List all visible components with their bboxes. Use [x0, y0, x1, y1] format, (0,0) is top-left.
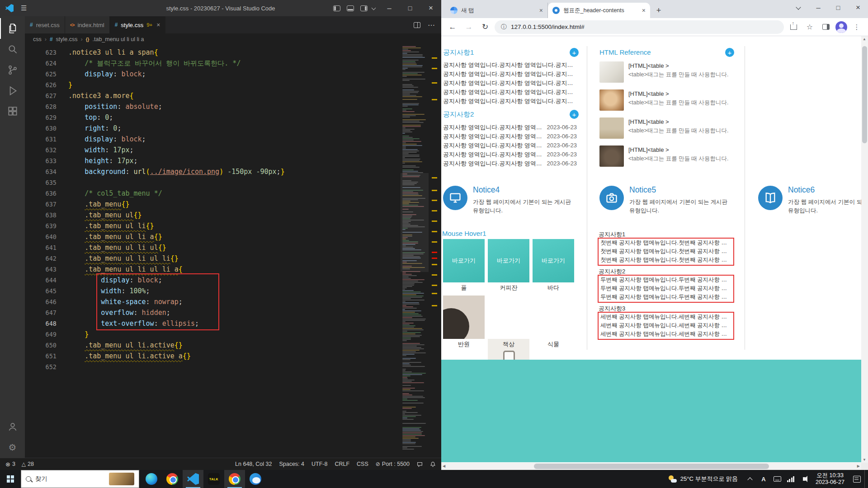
network-icon[interactable] [784, 470, 797, 488]
settings-gear-icon[interactable] [0, 437, 25, 458]
close-tab-icon[interactable] [539, 7, 543, 14]
extensions-icon[interactable] [0, 101, 25, 122]
language-mode[interactable]: CSS [357, 461, 368, 467]
editor-tab-index.html[interactable]: index.html [65, 16, 110, 33]
reference-add-button[interactable] [725, 48, 734, 57]
encoding[interactable]: UTF-8 [311, 461, 327, 467]
minimap-viewport[interactable] [401, 173, 429, 272]
indentation[interactable]: Spaces: 4 [279, 461, 304, 467]
vscode-close-button[interactable] [420, 0, 441, 16]
vertical-scrollbar[interactable] [861, 36, 868, 463]
hover-image[interactable] [443, 296, 485, 339]
side-panel-icon[interactable] [819, 20, 833, 34]
code-editor[interactable]: 623.notice3 ul li a span{624 /* 블럭구조로 바꾸… [25, 45, 441, 458]
minimap[interactable] [401, 45, 429, 458]
editor-tab-style.css[interactable]: style.css9+ [110, 16, 166, 33]
hover-image-active[interactable]: 바로가기 [443, 239, 485, 282]
vscode-maximize-button[interactable] [400, 0, 420, 16]
vertical-scrollbar-thumb[interactable] [862, 46, 867, 143]
taskbar-app-edge[interactable] [141, 470, 162, 488]
tab-menu-item[interactable]: 세번째 공지사항 탭메뉴입니다.세번째 공지사항 탭메뉴입니다. [600, 330, 731, 338]
taskbar-app-kakaotalk[interactable]: TALK [203, 470, 224, 488]
tray-hidden-icons-chevron[interactable] [743, 470, 757, 488]
action-center-icon[interactable] [849, 470, 864, 488]
notice2-add-button[interactable] [570, 110, 579, 119]
notice-list-item[interactable]: 공지사항 영역입니다.공지사항 영역입니다.2023-06-23 [443, 150, 577, 159]
taskbar-app-chrome[interactable] [162, 470, 183, 488]
toggle-panel-icon[interactable] [347, 5, 354, 11]
notice-list-item[interactable]: 공지사항 영역입니다.공지사항 영역입니다.공지사항 영역입니다. [443, 88, 577, 97]
account-icon[interactable] [0, 416, 25, 437]
hover-image-active[interactable]: 바로가기 [533, 239, 574, 282]
notice1-add-button[interactable] [570, 48, 579, 57]
browser-maximize-button[interactable] [828, 0, 848, 15]
bookmark-star-icon[interactable] [803, 20, 816, 34]
reference-item[interactable]: [HTML]<table ><table>태그는 표를 만들 때 사용합니다. [599, 61, 735, 89]
live-server-port[interactable]: Port : 5500 [376, 461, 410, 467]
cursor-position[interactable]: Ln 648, Col 32 [235, 461, 272, 467]
split-editor-icon[interactable] [414, 22, 420, 28]
browser-minimize-button[interactable] [808, 0, 828, 15]
taskbar-app-chrome-2[interactable] [224, 470, 245, 488]
reference-item[interactable]: [HTML]<table ><table>태그는 표를 만들 때 사용합니다. [599, 117, 735, 145]
notice-list-item[interactable]: 공지사항 영역입니다.공지사항 영역입니다.2023-06-23 [443, 123, 577, 132]
tab-menu-item[interactable]: 두번째 공지사항 탭메뉴입니다.두번째 공지사항 탭메뉴입니다. [600, 293, 731, 301]
reference-item[interactable]: [HTML]<table ><table>태그는 표를 만들 때 사용합니다. [599, 145, 735, 174]
tab-menu-item[interactable]: 두번째 공지사항 탭메뉴입니다.두번째 공지사항 탭메뉴입니다. [600, 276, 731, 284]
share-icon[interactable] [787, 20, 800, 34]
site-info-icon[interactable] [501, 23, 507, 31]
taskbar-clock[interactable]: 오전 10:33 2023-06-27 [811, 472, 849, 486]
reference-item[interactable]: [HTML]<table ><table>태그는 표를 만들 때 사용합니다. [599, 89, 735, 117]
volume-icon[interactable] [797, 470, 811, 488]
tab-search-chevron-icon[interactable] [788, 0, 808, 15]
touch-keyboard-icon[interactable] [770, 470, 784, 488]
notice-list-item[interactable]: 공지사항 영역입니다.공지사항 영역입니다.2023-06-23 [443, 159, 577, 168]
run-debug-icon[interactable] [0, 80, 25, 101]
search-icon[interactable] [0, 39, 25, 60]
browser-close-button[interactable] [848, 0, 868, 15]
hover-image-active[interactable]: 바로가기 [488, 239, 529, 282]
ime-mode-indicator[interactable]: A [757, 470, 770, 488]
forward-button[interactable] [462, 20, 476, 34]
editor-tab-reset.css[interactable]: reset.css [25, 16, 65, 33]
notice-list-item[interactable]: 공지사항 영역입니다.공지사항 영역입니다.2023-06-23 [443, 141, 577, 150]
layout-dropdown-icon[interactable] [372, 6, 375, 10]
address-bar[interactable]: 127.0.0.1:5500/index.html# [495, 20, 784, 34]
eol-sequence[interactable]: CRLF [335, 461, 349, 467]
tab-menu-item[interactable]: 두번째 공지사항 탭메뉴입니다.두번째 공지사항 탭메뉴입니다. [600, 284, 731, 293]
browser-menu-kebab-icon[interactable] [850, 20, 863, 34]
editor-more-actions-icon[interactable] [428, 21, 435, 29]
breadcrumb-symbol[interactable]: .tab_menu ul li ul li a [93, 36, 144, 42]
taskbar-weather[interactable]: 25°C 부분적으로 맑음 [663, 475, 743, 483]
notice-list-item[interactable]: 공지사항 영역입니다.공지사항 영역입니다.2023-06-23 [443, 132, 577, 141]
close-tab-icon[interactable] [642, 7, 646, 14]
vscode-minimize-button[interactable] [379, 0, 400, 16]
browser-tab-1[interactable]: 새 탭 [446, 3, 548, 18]
tab-menu-item[interactable]: 세번째 공지사항 탭메뉴입니다.세번째 공지사항 탭메뉴입니다. [600, 313, 731, 321]
show-desktop-button[interactable] [864, 470, 868, 488]
search-highlight-image[interactable] [109, 473, 134, 485]
taskbar-app-vscode[interactable] [183, 470, 203, 488]
horizontal-scrollbar[interactable] [441, 463, 861, 470]
new-tab-button[interactable] [652, 4, 665, 17]
taskbar-search-box[interactable]: 찾기 [21, 470, 139, 488]
close-tab-icon[interactable] [156, 21, 160, 28]
start-button[interactable] [0, 470, 21, 488]
toggle-secondary-sidebar-icon[interactable] [360, 5, 368, 11]
browser-tab-2[interactable]: 웹표준_header-contents [548, 3, 650, 18]
breadcrumb-file[interactable]: style.css [56, 36, 78, 42]
problems-errors[interactable]: 3 [5, 461, 15, 468]
toggle-sidebar-icon[interactable] [333, 5, 340, 11]
url-text[interactable]: 127.0.0.1:5500/index.html# [511, 23, 585, 30]
tab-menu-item[interactable]: 첫번째 공지사항 탭메뉴입니다.첫번째 공지사항 탭메뉴입니다. [600, 247, 731, 256]
notice-list-item[interactable]: 공지사항 영역입니다.공지사항 영역입니다.공지사항 영역입니다. [443, 97, 577, 106]
taskbar-app-whale[interactable] [245, 470, 266, 488]
notice-list-item[interactable]: 공지사항 영역입니다.공지사항 영역입니다.공지사항 영역입니다. [443, 61, 577, 70]
tab-menu-item[interactable]: 세번째 공지사항 탭메뉴입니다.세번째 공지사항 탭메뉴입니다. [600, 321, 731, 330]
feedback-icon[interactable] [417, 461, 423, 467]
horizontal-scrollbar-thumb[interactable] [534, 464, 769, 469]
profile-avatar[interactable] [835, 21, 847, 33]
tab-menu-item[interactable]: 첫번째 공지사항 탭메뉴입니다.첫번째 공지사항 탭메뉴입니다. [600, 256, 731, 264]
source-control-icon[interactable] [0, 60, 25, 80]
menu-hamburger-icon[interactable] [21, 4, 27, 12]
